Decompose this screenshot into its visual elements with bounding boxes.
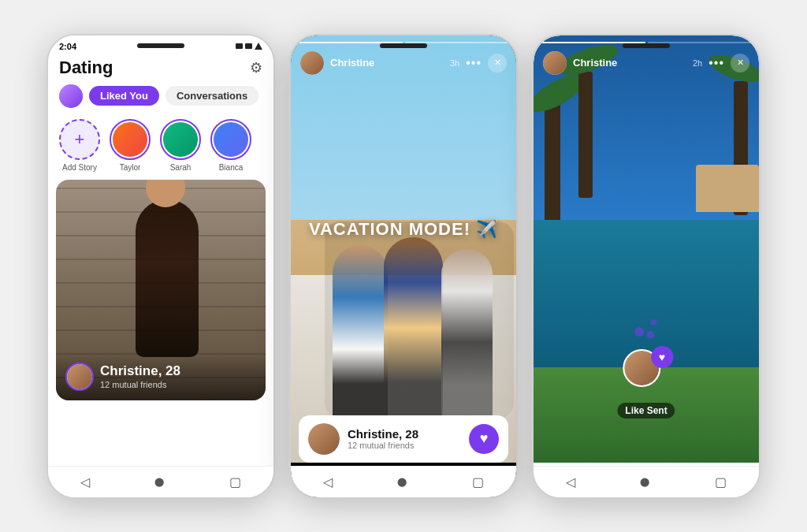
card-overlay: Christine, 28 12 mutual friends bbox=[56, 353, 266, 400]
story-username: Christine bbox=[330, 57, 444, 69]
story-more-icon-3[interactable]: ••• bbox=[708, 56, 724, 70]
story-name-sarah: Sarah bbox=[170, 163, 192, 172]
progress-bars bbox=[299, 42, 508, 44]
person-figure bbox=[136, 199, 199, 357]
tab-liked-you[interactable]: Liked You bbox=[89, 86, 159, 106]
time: 2:04 bbox=[59, 42, 76, 51]
story-time: 3h bbox=[450, 58, 459, 68]
plus-icon: + bbox=[75, 129, 85, 150]
like-sent-heart-badge: ♥ bbox=[651, 346, 673, 368]
signal-icon bbox=[245, 43, 252, 49]
resort-building bbox=[696, 165, 759, 212]
plane-emoji: ✈️ bbox=[476, 219, 498, 239]
progress-3-1 bbox=[541, 42, 645, 44]
vacation-overlay: VACATION MODE! ✈️ bbox=[309, 219, 498, 240]
close-icon: ✕ bbox=[494, 58, 501, 68]
battery-icon bbox=[236, 43, 243, 49]
story-header-3: Christine 2h ••• ✕ bbox=[534, 51, 759, 75]
nav-back-icon-2[interactable]: ◁ bbox=[323, 474, 333, 489]
story-add-label: Add Story bbox=[62, 163, 97, 172]
story-name-taylor: Taylor bbox=[120, 163, 141, 172]
status-icons bbox=[236, 43, 262, 50]
settings-icon[interactable]: ⚙ bbox=[250, 59, 262, 76]
story-close-button[interactable]: ✕ bbox=[488, 54, 507, 73]
tab-conversations[interactable]: Conversations bbox=[165, 86, 258, 106]
card-mini-avatar bbox=[65, 363, 94, 391]
nav-home-icon-3[interactable]: ⬤ bbox=[640, 477, 649, 487]
progress-1 bbox=[299, 42, 403, 44]
phone-3: Christine 2h ••• ✕ ♥ Like bbox=[532, 34, 761, 499]
nav-square-icon[interactable]: ▢ bbox=[229, 474, 241, 489]
app-header: Dating ⚙ bbox=[48, 54, 273, 84]
phone-1: 2:04 Dating ⚙ Liked You Conversations bbox=[46, 34, 275, 499]
heart-icon: ♥ bbox=[480, 430, 489, 447]
heart-bubble-3 bbox=[646, 331, 654, 339]
progress-bars-3 bbox=[541, 42, 751, 44]
person2 bbox=[384, 237, 443, 419]
nav-square-icon-3[interactable]: ▢ bbox=[715, 474, 727, 489]
story-taylor[interactable]: Taylor bbox=[110, 119, 151, 172]
story-add[interactable]: + Add Story bbox=[59, 119, 100, 172]
progress-2 bbox=[405, 42, 509, 44]
card-mutual: 12 mutual friends bbox=[100, 380, 180, 389]
like-heart-icon: ♥ bbox=[659, 351, 665, 363]
story-card-avatar bbox=[308, 423, 340, 455]
like-sent-overlay: ♥ Like Sent bbox=[617, 343, 675, 419]
people-group bbox=[325, 221, 514, 419]
profile-card[interactable]: Christine, 28 12 mutual friends bbox=[56, 180, 266, 400]
card-name: Christine, 28 bbox=[100, 363, 180, 379]
story-circle-taylor[interactable] bbox=[110, 119, 151, 160]
story-card-info: Christine, 28 12 mutual friends bbox=[348, 427, 418, 450]
like-sent-label: Like Sent bbox=[617, 403, 675, 419]
story-card-mutual: 12 mutual friends bbox=[348, 441, 418, 450]
person3 bbox=[441, 249, 493, 419]
pool-background bbox=[534, 35, 759, 497]
tab-avatar bbox=[59, 84, 83, 108]
nav-square-icon-2[interactable]: ▢ bbox=[472, 474, 484, 489]
nav-back-icon[interactable]: ◁ bbox=[80, 474, 90, 489]
status-bar: 2:04 bbox=[48, 35, 273, 54]
story-username-3: Christine bbox=[573, 57, 686, 69]
story-user-avatar bbox=[300, 51, 324, 75]
story-name-bianca: Bianca bbox=[219, 163, 244, 172]
nav-home-icon[interactable]: ⬤ bbox=[154, 477, 164, 487]
palm2-trunk bbox=[578, 72, 593, 198]
like-button[interactable]: ♥ bbox=[469, 424, 499, 454]
story-user-avatar-3 bbox=[543, 51, 567, 75]
vacation-text: VACATION MODE! bbox=[309, 219, 470, 239]
story-header: Christine 3h ••• ✕ bbox=[291, 51, 516, 75]
story-circle-bianca[interactable] bbox=[210, 119, 251, 160]
person1 bbox=[333, 245, 388, 419]
story-more-icon[interactable]: ••• bbox=[466, 56, 482, 70]
wifi-icon bbox=[255, 43, 262, 50]
story-close-button-3[interactable]: ✕ bbox=[731, 54, 749, 73]
stories-row: + Add Story Taylor Sarah bbox=[48, 116, 273, 180]
tab-row: Liked You Conversations bbox=[48, 84, 273, 116]
like-sent-avatar-wrap: ♥ bbox=[623, 349, 670, 396]
story-sarah[interactable]: Sarah bbox=[160, 119, 201, 172]
nav-bar: ◁ ⬤ ▢ bbox=[48, 466, 273, 497]
story-circle-sarah[interactable] bbox=[160, 119, 201, 160]
close-icon-3: ✕ bbox=[737, 58, 744, 68]
add-story-circle[interactable]: + bbox=[59, 119, 100, 160]
nav-home-icon-2[interactable]: ⬤ bbox=[397, 477, 407, 487]
nav-bar-3: ◁ ⬤ ▢ bbox=[534, 466, 759, 497]
story-card-name: Christine, 28 bbox=[348, 427, 418, 441]
page-title: Dating bbox=[59, 58, 113, 78]
story-time-3: 2h bbox=[693, 58, 702, 68]
phone-2: Christine 3h ••• ✕ VACATION MODE! ✈️ Chr… bbox=[289, 34, 518, 499]
heart-bubble-1 bbox=[634, 327, 644, 337]
story-bianca[interactable]: Bianca bbox=[210, 119, 251, 172]
nav-back-icon-3[interactable]: ◁ bbox=[566, 474, 575, 489]
progress-3-2 bbox=[648, 42, 752, 44]
heart-bubble-2 bbox=[650, 319, 656, 326]
nav-bar-2: ◁ ⬤ ▢ bbox=[291, 466, 516, 497]
card-info: Christine, 28 12 mutual friends bbox=[100, 363, 180, 389]
story-card-bottom: Christine, 28 12 mutual friends ♥ bbox=[299, 415, 508, 463]
